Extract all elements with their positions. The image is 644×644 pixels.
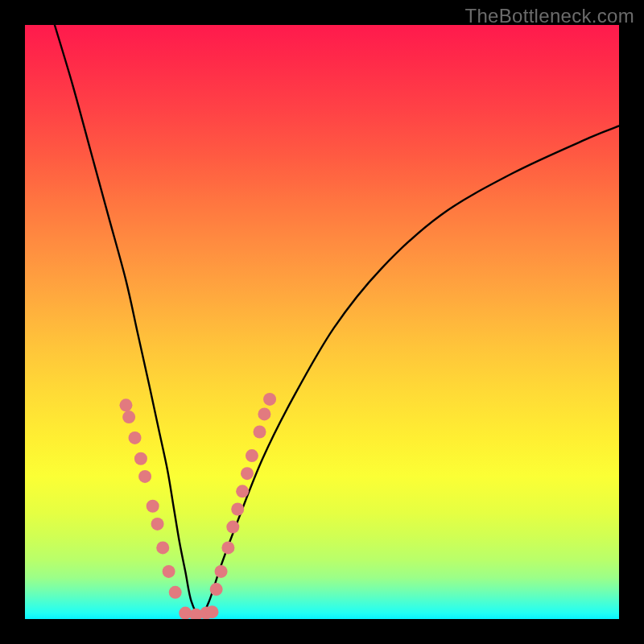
curve-marker-dot	[169, 586, 182, 599]
curve-marker-dot	[205, 605, 218, 618]
curve-marker-dot	[119, 398, 132, 411]
chart-plot-area	[25, 25, 619, 619]
curve-marker-dot	[134, 452, 147, 465]
chart-outer-frame: TheBottleneck.com	[0, 0, 644, 644]
curve-marker-dot	[215, 565, 228, 578]
curve-marker-dot	[221, 541, 234, 554]
curve-marker-dot	[138, 470, 151, 483]
curve-marker-dot	[210, 583, 223, 596]
curve-marker-dot	[147, 500, 159, 513]
curve-marker-dot	[122, 411, 135, 423]
curve-marker-dot	[236, 485, 249, 497]
curve-marker-dot	[231, 502, 244, 515]
curve-marker-dot	[226, 521, 239, 534]
curve-marker-dot	[254, 426, 266, 439]
curve-marker-dot	[163, 565, 175, 578]
curve-marker-dot	[246, 449, 258, 462]
curve-marker-dot	[129, 431, 142, 444]
bottleneck-curve	[55, 25, 619, 616]
curve-marker-dot	[241, 467, 254, 480]
watermark-text: TheBottleneck.com	[464, 5, 634, 27]
curve-markers-group	[119, 393, 276, 619]
curve-marker-dot	[258, 407, 270, 420]
curve-marker-dot	[179, 607, 192, 619]
chart-svg	[25, 25, 619, 619]
curve-marker-dot	[156, 541, 169, 554]
curve-marker-dot	[263, 393, 276, 406]
curve-marker-dot	[151, 518, 164, 530]
